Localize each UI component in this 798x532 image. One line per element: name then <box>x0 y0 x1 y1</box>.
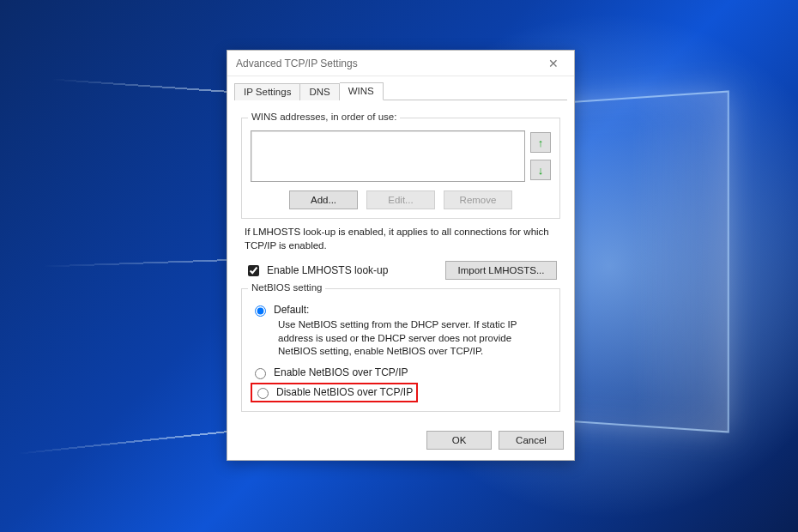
ok-button[interactable]: OK <box>426 431 492 450</box>
netbios-enable-label: Enable NetBIOS over TCP/IP <box>274 366 408 378</box>
close-icon[interactable]: ✕ <box>535 51 572 76</box>
netbios-enable-radio[interactable] <box>255 368 266 379</box>
import-lmhosts-button[interactable]: Import LMHOSTS... <box>445 261 557 280</box>
netbios-disable-label: Disable NetBIOS over TCP/IP <box>276 386 413 398</box>
netbios-legend: NetBIOS setting <box>248 282 325 293</box>
netbios-disable-radio[interactable] <box>257 388 269 399</box>
arrow-down-icon: ↓ <box>538 164 544 177</box>
netbios-default-desc: Use NetBIOS setting from the DHCP server… <box>278 318 551 359</box>
dialog-footer: OK Cancel <box>227 422 574 460</box>
enable-lmhosts-checkbox[interactable] <box>248 265 259 276</box>
wins-addresses-listbox[interactable] <box>251 130 525 182</box>
add-button[interactable]: Add... <box>289 190 358 209</box>
tab-wins[interactable]: WINS <box>340 82 384 100</box>
titlebar[interactable]: Advanced TCP/IP Settings ✕ <box>227 51 574 76</box>
netbios-default-label: Default: <box>274 304 309 316</box>
tab-strip: IP Settings DNS WINS <box>227 80 574 100</box>
netbios-default-radio[interactable] <box>255 305 266 317</box>
move-up-button[interactable]: ↑ <box>530 132 551 153</box>
arrow-up-icon: ↑ <box>538 136 544 149</box>
netbios-disable-highlight: Disable NetBIOS over TCP/IP <box>251 383 418 402</box>
tab-dns[interactable]: DNS <box>300 83 339 100</box>
move-down-button[interactable]: ↓ <box>530 160 551 180</box>
netbios-group: NetBIOS setting Default: Use NetBIOS set… <box>241 288 560 412</box>
window-title: Advanced TCP/IP Settings <box>236 57 535 70</box>
wins-addresses-group: WINS addresses, in order of use: ↑ ↓ Add… <box>241 118 560 219</box>
remove-button[interactable]: Remove <box>444 190 512 209</box>
edit-button[interactable]: Edit... <box>366 190 435 209</box>
lmhosts-note: If LMHOSTS look-up is enabled, it applie… <box>245 226 557 252</box>
tab-ip-settings[interactable]: IP Settings <box>234 83 300 100</box>
enable-lmhosts-label: Enable LMHOSTS look-up <box>267 264 388 276</box>
wins-addresses-label: WINS addresses, in order of use: <box>248 112 400 122</box>
tab-content: WINS addresses, in order of use: ↑ ↓ Add… <box>227 100 574 422</box>
cancel-button[interactable]: Cancel <box>499 431 564 450</box>
dialog-window: Advanced TCP/IP Settings ✕ IP Settings D… <box>227 50 575 461</box>
